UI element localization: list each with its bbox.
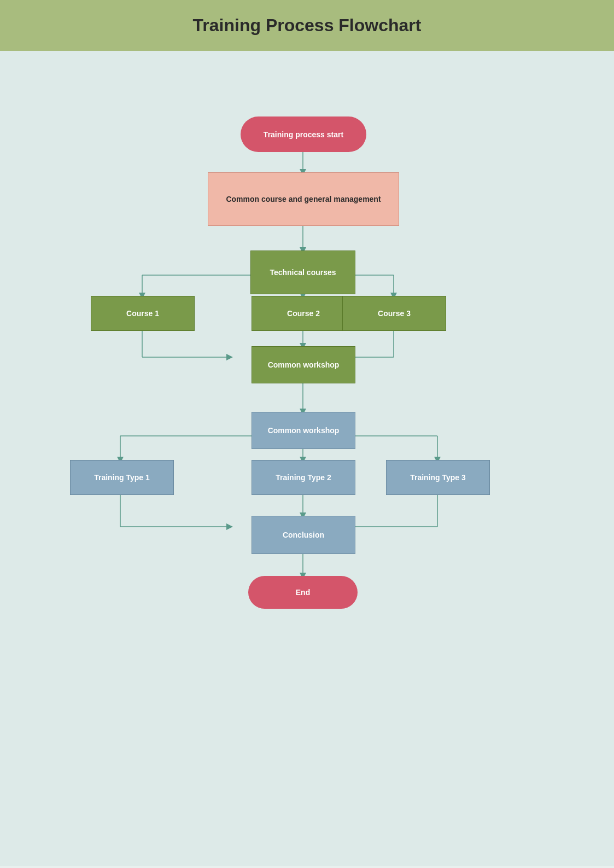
end-node: End bbox=[248, 576, 358, 609]
page-title: Training Process Flowchart bbox=[11, 15, 603, 36]
page-header: Training Process Flowchart bbox=[0, 0, 614, 51]
course3-node: Course 3 bbox=[342, 296, 446, 331]
common-course-node: Common course and general management bbox=[208, 172, 399, 226]
flowchart-area: Training process start Common course and… bbox=[0, 51, 614, 866]
start-node: Training process start bbox=[241, 116, 366, 152]
course2-node: Course 2 bbox=[252, 296, 355, 331]
common-workshop-green-node: Common workshop bbox=[252, 346, 355, 383]
technical-courses-node: Technical courses bbox=[250, 251, 355, 294]
training-type3-node: Training Type 3 bbox=[386, 460, 490, 495]
course1-node: Course 1 bbox=[91, 296, 195, 331]
training-type1-node: Training Type 1 bbox=[70, 460, 174, 495]
conclusion-node: Conclusion bbox=[252, 516, 355, 554]
training-type2-node: Training Type 2 bbox=[252, 460, 355, 495]
common-workshop-blue-node: Common workshop bbox=[252, 412, 355, 449]
